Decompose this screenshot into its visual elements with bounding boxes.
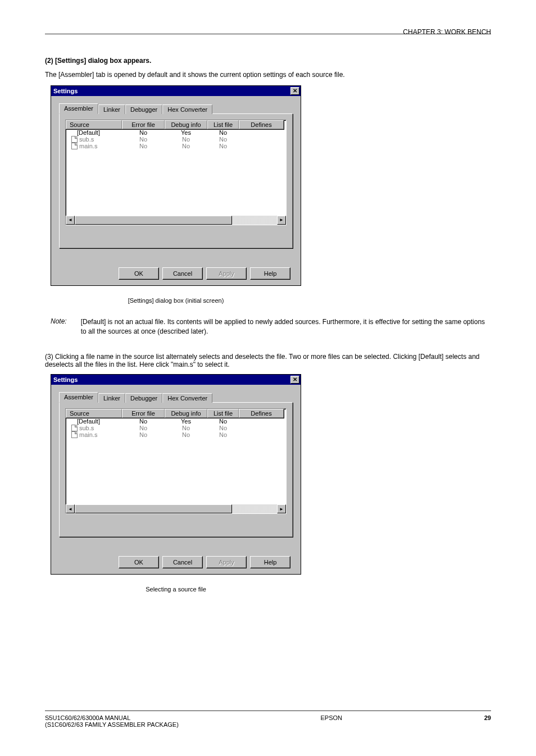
tab-linker[interactable]: Linker [98,104,125,114]
table-row[interactable]: [Default] No Yes No [66,418,286,425]
help-button[interactable]: Help [250,267,290,280]
tab-assembler[interactable]: Assembler [59,103,98,114]
settings-dialog-1: Settings ✕ Assembler Linker Debugger Hex… [51,85,301,286]
cancel-button[interactable]: Cancel [162,556,203,568]
file-icon [71,431,78,438]
note-label: Note: [51,317,79,325]
table-row[interactable]: main.s No No No [66,431,286,438]
note-body: [Default] is not an actual file. Its con… [81,317,488,336]
col-debug-info[interactable]: Debug info [165,409,207,418]
footer-manual-title: S5U1C60/62/63000A MANUAL [45,714,179,721]
source-list[interactable]: Source Error file Debug info List file D… [65,408,287,514]
col-error-file[interactable]: Error file [122,409,165,418]
tab-hex-converter[interactable]: Hex Converter [162,104,212,114]
tab-debugger[interactable]: Debugger [125,104,162,114]
figure-caption-2: Selecting a source file [51,586,301,593]
header-chapter: CHAPTER 3: WORK BENCH [403,28,491,36]
horizontal-scrollbar[interactable]: ◄ ► [66,216,286,225]
footer-page-number: 29 [484,714,491,728]
tab-hex-converter[interactable]: Hex Converter [162,393,212,403]
scroll-thumb[interactable] [75,216,232,225]
col-source[interactable]: Source [66,120,122,129]
col-defines[interactable]: Defines [239,409,284,418]
ok-button[interactable]: OK [119,267,159,280]
table-row[interactable]: main.s No No No [66,143,286,149]
figure-caption-1: [Settings] dialog box (initial screen) [51,297,301,304]
tab-strip: Assembler Linker Debugger Hex Converter [59,103,293,114]
tab-linker[interactable]: Linker [98,393,125,403]
help-button[interactable]: Help [250,556,290,568]
step-3-heading: (3) Clicking a file name in the source l… [45,353,491,368]
apply-button: Apply [206,267,247,280]
cancel-button[interactable]: Cancel [162,267,203,280]
close-icon[interactable]: ✕ [290,87,299,95]
file-icon [71,425,78,431]
footer-brand: EPSON [321,714,343,721]
scroll-left-icon[interactable]: ◄ [66,216,75,225]
col-source[interactable]: Source [66,409,122,418]
scroll-right-icon[interactable]: ► [277,216,286,225]
col-debug-info[interactable]: Debug info [165,120,207,129]
col-error-file[interactable]: Error file [122,120,165,129]
scroll-right-icon[interactable]: ► [277,504,286,513]
file-icon [71,143,78,149]
scroll-left-icon[interactable]: ◄ [66,504,75,513]
apply-button: Apply [206,556,247,568]
ok-button[interactable]: OK [119,556,159,568]
footer-manual-sub: (S1C60/62/63 FAMILY ASSEMBLER PACKAGE) [45,721,179,728]
scroll-thumb[interactable] [75,504,232,513]
settings-dialog-2: Settings ✕ Assembler Linker Debugger Hex… [51,374,301,575]
tab-assembler[interactable]: Assembler [59,392,98,403]
dialog-title: Settings [53,88,78,94]
file-icon [71,136,78,143]
close-icon[interactable]: ✕ [290,376,299,384]
table-row[interactable]: sub.s No No No [66,136,286,143]
source-list[interactable]: Source Error file Debug info List file D… [65,120,287,225]
horizontal-scrollbar[interactable]: ◄ ► [66,504,286,513]
tab-debugger[interactable]: Debugger [125,393,162,403]
step-2-heading: (2) [Settings] dialog box appears. [45,57,491,65]
col-list-file[interactable]: List file [207,120,239,129]
table-row[interactable]: sub.s No No No [66,425,286,431]
col-list-file[interactable]: List file [207,409,239,418]
dialog-title: Settings [53,376,78,383]
tab-strip: Assembler Linker Debugger Hex Converter [59,392,293,403]
col-defines[interactable]: Defines [239,120,284,129]
step-2-desc: The [Assembler] tab is opened by default… [45,70,491,80]
table-row[interactable]: [Default] No Yes No [66,129,286,136]
